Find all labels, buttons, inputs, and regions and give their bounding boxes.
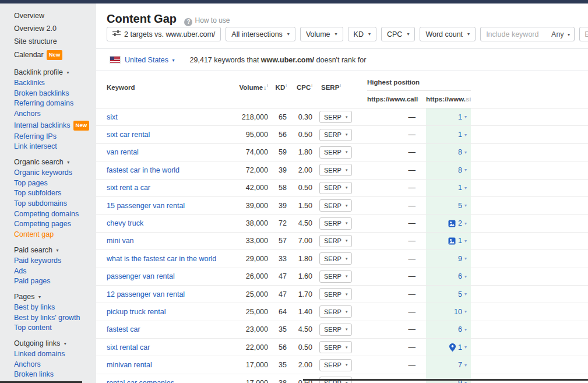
target2-position-cell[interactable]: 5▾ (426, 197, 471, 214)
serp-dropdown-button[interactable]: SERP▾ (319, 217, 352, 230)
sidebar-item-competing-domains[interactable]: Competing domains (0, 209, 96, 220)
serp-dropdown-button[interactable]: SERP▾ (319, 199, 352, 212)
column-header-kd[interactable]: KDi (268, 83, 287, 91)
keyword-link[interactable]: minivan rental (107, 361, 152, 369)
keyword-link[interactable]: rental car companies (107, 379, 174, 383)
sidebar-item-organic-keywords[interactable]: Organic keywords (0, 168, 96, 178)
keyword-link[interactable]: 12 passenger van rental (107, 290, 185, 298)
serp-dropdown-button[interactable]: SERP▾ (319, 288, 352, 300)
column-header-target1-url[interactable]: https://www.calltaxi (367, 96, 418, 103)
filter-dropdown-cpc[interactable]: CPC ▾ (381, 27, 415, 41)
target2-position-cell[interactable]: 1▾ (426, 126, 471, 143)
column-header-target2-url[interactable]: https://www.si (426, 96, 471, 103)
sidebar-item-broken-backlinks[interactable]: Broken backlinks (0, 89, 96, 99)
horizontal-scrollbar[interactable] (303, 379, 588, 381)
sidebar-item-content-gap[interactable]: Content gap (0, 230, 96, 240)
keyword-link[interactable]: pickup truck rental (107, 308, 166, 316)
target2-position-cell[interactable]: 1▾ (426, 233, 471, 250)
keyword-link[interactable]: fastest car (107, 325, 140, 333)
target2-position-cell[interactable]: 8▾ (426, 144, 471, 161)
sidebar-item-competing-pages[interactable]: Competing pages (0, 219, 96, 230)
keyword-link[interactable]: chevy truck (107, 219, 143, 227)
any-mode-dropdown[interactable]: Any ▾ (551, 30, 570, 38)
sidebar-item-site-structure[interactable]: Site structure (0, 35, 96, 48)
sidebar-item-anchors[interactable]: Anchors (0, 360, 96, 370)
target2-position-cell[interactable]: 7▾ (426, 356, 471, 373)
serp-dropdown-button[interactable]: SERP▾ (319, 146, 352, 159)
sidebar-item-top-subfolders[interactable]: Top subfolders (0, 188, 96, 199)
sidebar-item-referring-ips[interactable]: Referring IPs (0, 132, 96, 142)
sidebar-item-broken-links[interactable]: Broken links (0, 370, 96, 380)
serp-dropdown-button[interactable]: SERP▾ (319, 129, 352, 141)
include-keyword-input[interactable] (485, 30, 551, 39)
sidebar-item-overview-2-0[interactable]: Overview 2.0 (0, 22, 96, 35)
targets-button[interactable]: 2 targets vs. www.uber.com/ (107, 27, 221, 41)
target2-position-cell[interactable]: 1▾ (426, 108, 471, 125)
target2-position-cell[interactable]: 6▾ (426, 268, 471, 285)
target2-position-cell[interactable]: 1▾ (426, 180, 471, 196)
serp-dropdown-button[interactable]: SERP▾ (319, 270, 352, 283)
filter-dropdown-kd[interactable]: KD ▾ (348, 27, 376, 41)
column-header-cpc[interactable]: CPCi (287, 83, 312, 91)
serp-dropdown-button[interactable]: SERP▾ (319, 305, 352, 318)
sidebar-item-best-by-links[interactable]: Best by links (0, 303, 96, 313)
target2-position-cell[interactable]: 10▾ (426, 303, 471, 320)
sidebar-item-top-content[interactable]: Top content (0, 323, 96, 333)
serp-dropdown-button[interactable]: SERP▾ (319, 164, 352, 176)
filter-dropdown-volume[interactable]: Volume ▾ (300, 27, 343, 41)
sidebar-item-paid-pages[interactable]: Paid pages (0, 276, 96, 287)
keyword-link[interactable]: mini van (107, 237, 134, 245)
sidebar-group-paid-search[interactable]: Paid search ▾ (0, 245, 96, 256)
keyword-link[interactable]: sixt car rental (107, 131, 150, 139)
cpc-cell: 0.50 (287, 343, 312, 352)
exclude-keyword-input[interactable] (579, 27, 588, 41)
serp-dropdown-button[interactable]: SERP▾ (319, 111, 352, 123)
sidebar-group-outgoing-links[interactable]: Outgoing links ▾ (0, 338, 96, 349)
target2-position-cell[interactable]: 9▾ (426, 250, 471, 267)
sidebar: OverviewOverview 2.0Site structureCalend… (0, 3, 96, 383)
column-header-volume[interactable]: Volume↓i (235, 83, 268, 91)
sidebar-item-anchors[interactable]: Anchors (0, 109, 96, 120)
filter-dropdown-word-count[interactable]: Word count ▾ (420, 27, 476, 41)
sidebar-item-backlinks[interactable]: Backlinks (0, 78, 96, 89)
sidebar-item-internal-backlinks[interactable]: Internal backlinksNew (0, 120, 96, 132)
sidebar-group-pages[interactable]: Pages ▾ (0, 291, 96, 303)
target2-position-cell[interactable]: 6▾ (426, 321, 471, 338)
serp-dropdown-button[interactable]: SERP▾ (319, 182, 352, 194)
keyword-link[interactable]: passenger van rental (107, 272, 175, 280)
target2-position-cell[interactable]: 1▾ (426, 339, 471, 356)
serp-dropdown-button[interactable]: SERP▾ (319, 235, 352, 247)
column-header-serp[interactable]: SERPi (312, 83, 367, 91)
serp-dropdown-button[interactable]: SERP▾ (319, 324, 352, 336)
sidebar-item-referring-domains[interactable]: Referring domains (0, 99, 96, 109)
sidebar-group-organic-search[interactable]: Organic search ▾ (0, 157, 96, 168)
keyword-link[interactable]: fastest car in the world (107, 166, 179, 174)
keyword-link[interactable]: sixt rental car (107, 343, 150, 352)
keyword-link[interactable]: van rental (107, 148, 139, 156)
sidebar-item-overview[interactable]: Overview (0, 9, 96, 22)
sidebar-item-best-by-links-growth[interactable]: Best by links' growth (0, 313, 96, 324)
target2-position-cell[interactable]: 2▾ (426, 215, 471, 231)
keyword-link[interactable]: 15 passenger van rental (107, 202, 185, 210)
filter-dropdown-all-intersections[interactable]: All intersections ▾ (226, 27, 295, 41)
sidebar-item-link-intersect[interactable]: Link intersect (0, 142, 96, 152)
keyword-link[interactable]: sixt (107, 113, 118, 121)
keyword-link[interactable]: what is the fastest car in the world (107, 255, 216, 263)
sidebar-group-backlink-profile[interactable]: Backlink profile ▾ (0, 67, 96, 78)
target2-position-cell[interactable]: 8▾ (426, 161, 471, 178)
serp-dropdown-button[interactable]: SERP▾ (319, 341, 352, 353)
sidebar-item-paid-keywords[interactable]: Paid keywords (0, 256, 96, 266)
sidebar-item-ads[interactable]: Ads (0, 266, 96, 277)
country-selector[interactable]: United States ▾ (125, 56, 175, 64)
target2-position-cell[interactable]: 5▾ (426, 286, 471, 303)
serp-dropdown-button[interactable]: SERP▾ (319, 359, 352, 371)
sidebar-item-top-subdomains[interactable]: Top subdomains (0, 199, 96, 209)
sidebar-item-top-pages[interactable]: Top pages (0, 178, 96, 189)
keyword-link[interactable]: sixt rent a car (107, 184, 150, 192)
serp-dropdown-button[interactable]: SERP▾ (319, 252, 352, 265)
sidebar-item-calendar[interactable]: CalendarNew (0, 48, 96, 62)
volume-cell: 72,000 (235, 166, 268, 174)
sidebar-item-linked-domains[interactable]: Linked domains (0, 349, 96, 360)
how-to-use-link[interactable]: ?How to use (184, 16, 230, 26)
column-header-keyword[interactable]: Keyword (107, 84, 235, 91)
